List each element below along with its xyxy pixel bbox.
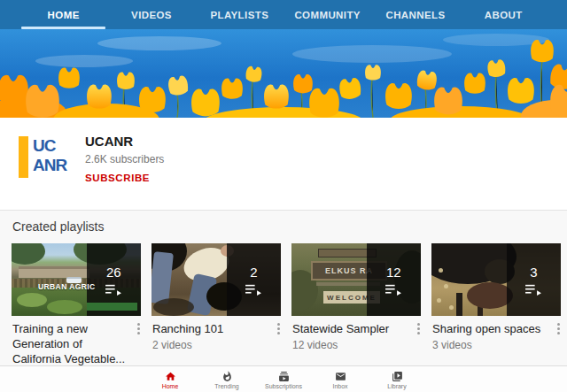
playlist-card-sharing-open-spaces[interactable]: 3 Sharing open spaces 3 videos [431,243,561,381]
channel-page: HOME VIDEOS PLAYLISTS COMMUNITY CHANNELS… [0,0,567,392]
logo-gold-bar [19,136,28,178]
bottom-navigation-bar: Home Trending Subscriptions Inbox Librar… [0,365,567,392]
channel-banner-image [0,29,567,118]
playlist-thumbnail[interactable]: ELKUS RA WELCOME 12 [291,243,421,316]
video-count: 3 [530,265,537,280]
playlist-title[interactable]: Statewide Sampler [292,321,407,336]
logo-text: UC ANR [33,136,66,175]
playlist-count-overlay: 12 [367,243,421,316]
playlist-thumbnail[interactable]: URBAN AGRIC 26 [12,243,141,316]
tab-about[interactable]: ABOUT [460,0,548,29]
thumbnail-vegetation-shape [17,293,47,307]
playlist-title[interactable]: Sharing open spaces [432,321,547,336]
subscribe-button[interactable]: SUBSCRIBE [85,173,164,183]
playlist-count-overlay: 3 [507,243,561,316]
tab-playlists[interactable]: PLAYLISTS [196,0,284,29]
kebab-menu-icon[interactable] [137,323,140,334]
kebab-menu-icon[interactable] [277,323,280,334]
playlist-video-count-label: 12 videos [292,339,407,351]
thumbnail-cow-shape [456,293,462,316]
thumbnail-weed-dot [437,298,441,303]
thumbnail-person-shape [151,251,174,304]
bottomnav-label: Library [387,383,406,389]
logo-line-2: ANR [33,156,66,175]
thumbnail-weed-dot [444,284,448,288]
bottomnav-home[interactable]: Home [142,369,198,389]
tab-channels[interactable]: CHANNELS [371,0,459,29]
thumbnail-caption: URBAN AGRIC [38,282,96,291]
playlist-title[interactable]: Ranching 101 [152,321,267,336]
tab-community[interactable]: COMMUNITY [284,0,371,29]
inbox-icon [335,371,346,382]
bottomnav-library[interactable]: Library [369,369,425,389]
kebab-menu-icon[interactable] [417,323,420,334]
tab-videos[interactable]: VIDEOS [107,0,195,29]
tab-home[interactable]: HOME [19,0,107,29]
library-icon [392,371,403,382]
playlist-thumbnail[interactable]: 2 [151,243,281,316]
playlist-thumbnail[interactable]: 3 [431,243,561,316]
video-count: 26 [106,265,121,280]
bottomnav-subscriptions[interactable]: Subscriptions [255,369,312,389]
playlist-title[interactable]: Training a new Generation of California … [12,321,127,366]
playlist-card-statewide-sampler[interactable]: ELKUS RA WELCOME 12 Statewide Sampler 12… [291,243,421,381]
section-heading: Created playlists [0,211,567,243]
bottomnav-label: Inbox [332,383,347,389]
playlist-count-icon [105,284,121,296]
playlist-cards-row: URBAN AGRIC 26 Training a new Generation… [0,243,567,381]
subscriptions-icon [278,371,290,382]
home-icon [165,371,176,382]
bottomnav-label: Trending [214,383,238,389]
playlist-count-overlay: 2 [227,243,281,316]
thumbnail-lower-third [87,303,137,311]
playlist-card-urban-agriculture[interactable]: URBAN AGRIC 26 Training a new Generation… [12,243,141,381]
channel-tab-bar: HOME VIDEOS PLAYLISTS COMMUNITY CHANNELS… [0,0,567,29]
thumbnail-vegetation-shape [47,300,82,314]
playlist-count-icon [525,284,541,296]
thumbnail-weed-dot [449,305,454,310]
thumbnail-tree-shape [12,243,45,265]
bottomnav-inbox[interactable]: Inbox [312,369,369,389]
channel-avatar: UC ANR [15,131,66,182]
channel-header: UC ANR UCANR 2.6K subscribers SUBSCRIBE [0,118,567,210]
bottomnav-label: Home [162,383,179,389]
subscriber-count: 2.6K subscribers [85,153,164,165]
playlist-card-ranching-101[interactable]: 2 Ranching 101 2 videos [151,243,281,381]
video-count: 2 [250,265,257,280]
playlist-count-icon [245,284,261,296]
playlist-video-count-label: 3 videos [432,339,547,351]
playlist-video-count-label: 2 videos [152,339,267,351]
thumbnail-shadow-shape [153,298,194,316]
logo-line-1: UC [33,136,66,156]
trending-icon [221,371,233,382]
channel-name: UCANR [85,134,164,149]
video-count: 12 [386,265,401,280]
playlist-count-icon [385,284,401,296]
thumbnail-weed-dot [439,268,443,273]
kebab-menu-icon[interactable] [557,323,560,334]
channel-info: UCANR 2.6K subscribers SUBSCRIBE [85,134,164,183]
bottomnav-trending[interactable]: Trending [198,369,255,389]
bottomnav-label: Subscriptions [265,383,302,389]
